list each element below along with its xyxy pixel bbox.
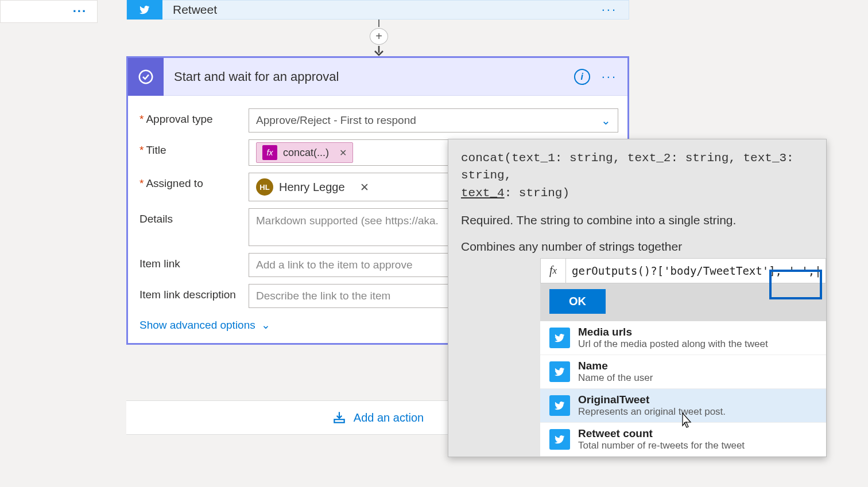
dynamic-item-media-urls[interactable]: Media urlsUrl of the media posted along … <box>540 321 826 355</box>
dynamic-item-name[interactable]: NameName of the user <box>540 355 826 389</box>
ok-button[interactable]: OK <box>549 289 606 314</box>
info-icon[interactable]: i <box>574 69 590 85</box>
approval-header[interactable]: Start and wait for an approval i ··· <box>128 58 627 96</box>
person-chip[interactable]: HL Henry Legge ✕ <box>256 178 369 196</box>
fx-icon: fx <box>262 145 277 160</box>
fx-icon: fx <box>540 258 565 283</box>
expression-required: Required. The string to combine into a s… <box>448 205 826 240</box>
remove-token-icon[interactable]: ✕ <box>339 147 347 158</box>
left-card: ··· <box>0 0 98 23</box>
ellipsis-icon[interactable]: ··· <box>73 4 87 19</box>
details-label: Details <box>140 213 173 225</box>
add-step-button[interactable]: + <box>370 28 388 45</box>
expression-token[interactable]: fx concat(...) ✕ <box>256 142 353 163</box>
arrow-down-icon <box>373 46 385 57</box>
avatar: HL <box>256 178 273 196</box>
add-action-label: Add an action <box>354 411 424 424</box>
expression-description: Combines any number of strings together <box>448 240 826 258</box>
retweet-action-card[interactable]: Retweet ··· <box>126 0 629 20</box>
flow-connector: + <box>367 20 390 57</box>
title-label: Title <box>146 144 166 156</box>
twitter-icon <box>549 361 570 382</box>
twitter-icon <box>127 0 162 20</box>
more-icon[interactable]: ··· <box>602 2 617 17</box>
svg-point-0 <box>140 70 153 83</box>
mouse-cursor-icon <box>679 412 693 431</box>
field-approval-type: *Approval type Approve/Reject - First to… <box>140 108 618 133</box>
retweet-title: Retweet <box>173 3 602 17</box>
approval-title: Start and wait for an approval <box>174 69 574 84</box>
svg-rect-1 <box>334 419 344 422</box>
chevron-down-icon: ⌄ <box>261 318 270 332</box>
item-link-desc-label: Item link description <box>140 289 236 301</box>
twitter-icon <box>549 429 570 450</box>
remove-person-icon[interactable]: ✕ <box>360 181 369 194</box>
approval-icon <box>128 58 164 96</box>
item-link-label: Item link <box>140 258 180 270</box>
approval-type-label: Approval type <box>146 113 212 125</box>
approval-type-select[interactable]: Approve/Reject - First to respond ⌄ <box>249 108 618 133</box>
twitter-icon <box>549 395 570 416</box>
chevron-down-icon: ⌄ <box>601 114 611 127</box>
assigned-label: Assigned to <box>146 177 203 189</box>
dynamic-content-list: Media urlsUrl of the media posted along … <box>540 321 826 457</box>
approval-more-icon[interactable]: ··· <box>602 69 617 84</box>
selection-highlight <box>769 270 822 299</box>
twitter-icon <box>549 328 570 348</box>
expression-signature: concat(text_1: string, text_2: string, t… <box>448 139 826 205</box>
